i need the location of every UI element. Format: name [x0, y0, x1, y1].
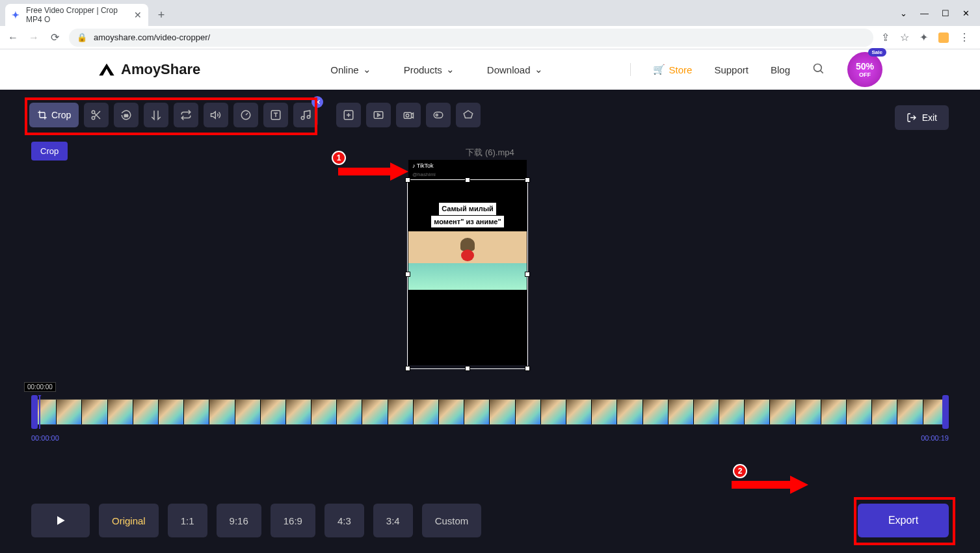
ratio-4-3[interactable]: 4:3 [324, 504, 364, 537]
volume-tool-button[interactable] [204, 103, 228, 127]
gif-button[interactable] [426, 103, 451, 127]
url-text: amoyshare.com/video-cropper/ [94, 32, 210, 42]
divider [630, 63, 631, 76]
loop-tool-button[interactable] [174, 103, 198, 127]
back-icon[interactable]: ← [7, 32, 20, 44]
tab-title: Free Video Cropper | Crop MP4 O [26, 6, 129, 24]
timeline-playhead[interactable] [39, 395, 40, 429]
exit-button[interactable]: Exit [895, 105, 949, 130]
browser-tab[interactable]: ✦ Free Video Cropper | Crop MP4 O ✕ [5, 4, 148, 26]
star-icon[interactable]: ☆ [900, 31, 909, 44]
site-header: AmoyShare Online⌄ Products⌄ Download⌄ 🛒S… [0, 49, 980, 90]
close-bubble-icon[interactable]: ✕ [311, 96, 323, 108]
record-button[interactable] [396, 103, 421, 127]
share-icon[interactable]: ⇪ [881, 31, 890, 44]
main-nav: Online⌄ Products⌄ Download⌄ [330, 64, 542, 75]
timeline[interactable] [31, 395, 949, 429]
ratio-16-9[interactable]: 16:9 [271, 504, 315, 537]
play-button[interactable] [31, 504, 90, 537]
timeline-end-time: 00:00:19 [921, 434, 949, 442]
subtitle-button[interactable] [366, 103, 391, 127]
crop-handle-r[interactable] [525, 272, 530, 277]
support-link[interactable]: Support [714, 64, 748, 75]
crop-handle-b[interactable] [465, 366, 470, 371]
add-media-button[interactable] [336, 103, 361, 127]
camera-icon [403, 109, 414, 121]
svg-rect-13 [375, 112, 384, 119]
timeline-start-handle[interactable] [31, 395, 38, 429]
sale-tag: Sale [868, 48, 886, 57]
logo[interactable]: AmoyShare [98, 60, 200, 79]
flip-tool-button[interactable] [144, 103, 168, 127]
scissors-icon [90, 109, 102, 121]
filename-label: 下载 (6).mp4 [466, 147, 514, 159]
ratio-9-16[interactable]: 9:16 [217, 504, 261, 537]
brand-text: AmoyShare [121, 61, 200, 78]
play-icon [54, 514, 67, 527]
svg-marker-14 [378, 114, 380, 117]
forward-icon[interactable]: → [27, 32, 40, 44]
close-window-icon[interactable]: ✕ [962, 8, 970, 18]
flip-icon [150, 109, 162, 121]
crop-handle-tr[interactable] [525, 177, 530, 183]
svg-point-3 [92, 116, 96, 120]
ratio-3-4[interactable]: 3:4 [373, 504, 413, 537]
svg-point-2 [92, 110, 96, 114]
subtitle-icon [373, 109, 384, 121]
search-icon[interactable] [812, 62, 825, 77]
watermark-handle: @hashimi [408, 172, 527, 177]
add-image-icon [343, 109, 354, 121]
crop-handle-t[interactable] [465, 177, 470, 183]
ratio-original[interactable]: Original [99, 504, 159, 537]
svg-marker-19 [338, 162, 408, 181]
crop-tool-button[interactable]: Crop ✕ [29, 103, 79, 127]
exit-icon [907, 112, 917, 123]
nav-online[interactable]: Online⌄ [330, 64, 371, 75]
svg-point-10 [302, 116, 305, 120]
extension-badge-icon[interactable] [938, 32, 949, 43]
watermark-button[interactable] [456, 103, 481, 127]
chevron-down-icon[interactable]: ⌄ [900, 8, 907, 18]
crop-handle-l[interactable] [405, 272, 410, 277]
timeline-track[interactable] [31, 399, 949, 425]
menu-icon[interactable]: ⋮ [959, 31, 970, 44]
new-tab-button[interactable]: + [152, 6, 170, 24]
logo-icon [98, 60, 116, 79]
text-tool-button[interactable] [263, 103, 288, 127]
rotate-tool-button[interactable]: 90 [114, 103, 139, 127]
volume-icon [210, 109, 222, 121]
crop-handle-bl[interactable] [405, 366, 410, 371]
svg-point-0 [814, 64, 822, 71]
ratio-custom[interactable]: Custom [422, 504, 482, 537]
maximize-icon[interactable]: ☐ [942, 8, 949, 18]
crop-handle-br[interactable] [525, 366, 530, 371]
rotate-icon: 90 [120, 109, 132, 121]
gif-icon [432, 109, 444, 121]
minimize-icon[interactable]: — [920, 8, 929, 18]
tag-icon [462, 109, 474, 121]
address-bar[interactable]: 🔒 amoyshare.com/video-cropper/ [69, 29, 873, 47]
blog-link[interactable]: Blog [771, 64, 790, 75]
export-button[interactable]: Export [858, 504, 949, 537]
cut-tool-button[interactable] [84, 103, 109, 127]
svg-marker-21 [732, 476, 808, 494]
store-link[interactable]: 🛒Store [653, 64, 693, 75]
extensions-icon[interactable]: ✦ [920, 31, 928, 44]
nav-products[interactable]: Products⌄ [404, 64, 455, 75]
crop-frame[interactable] [407, 179, 528, 369]
svg-line-1 [821, 70, 823, 73]
music-icon [300, 109, 311, 121]
speed-tool-button[interactable] [233, 103, 258, 127]
timeline-end-handle[interactable] [942, 395, 949, 429]
reload-icon[interactable]: ⟳ [48, 31, 61, 44]
window-controls: ⌄ — ☐ ✕ [900, 0, 980, 26]
close-tab-icon[interactable]: ✕ [134, 10, 142, 20]
lock-icon: 🔒 [77, 32, 87, 42]
text-icon [270, 109, 282, 121]
ratio-1-1[interactable]: 1:1 [168, 504, 207, 537]
annotation-arrow-2 [732, 474, 810, 500]
browser-right-icons: ⇪ ☆ ✦ ⋮ [881, 31, 973, 44]
svg-rect-15 [404, 112, 412, 118]
nav-download[interactable]: Download⌄ [487, 64, 543, 75]
sale-badge[interactable]: Sale 50% OFF [847, 52, 882, 87]
